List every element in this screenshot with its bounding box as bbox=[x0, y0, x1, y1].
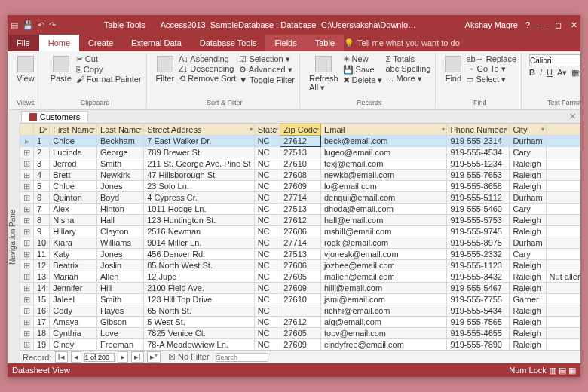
column-header[interactable]: Email▾ bbox=[320, 124, 447, 136]
cell[interactable]: Joslin bbox=[97, 260, 144, 271]
nav-nofilter[interactable]: ☒ No Filter bbox=[168, 352, 210, 362]
cell[interactable]: Cody bbox=[50, 305, 97, 317]
cell[interactable]: 919-555-3432 bbox=[447, 271, 510, 283]
cell[interactable]: Newkirk bbox=[97, 170, 144, 181]
cell[interactable] bbox=[546, 328, 580, 339]
cell[interactable]: Jennifer bbox=[50, 283, 97, 294]
cell[interactable]: 23 Solo Ln. bbox=[144, 181, 254, 192]
sort-desc-button[interactable]: Z↓ Descending bbox=[179, 64, 236, 73]
cell[interactable]: 78-A Meadowview Ln. bbox=[144, 339, 254, 351]
cell[interactable]: Boyd bbox=[97, 192, 144, 204]
cell[interactable]: hillj@email.com bbox=[320, 283, 447, 294]
qat-save-icon[interactable]: 💾 bbox=[23, 20, 33, 30]
cell[interactable]: 919-555-7755 bbox=[447, 294, 510, 305]
cell[interactable]: Raleigh bbox=[510, 158, 546, 170]
cell[interactable]: Cary bbox=[510, 249, 546, 260]
column-header[interactable]: ▾ bbox=[546, 124, 580, 136]
cell[interactable]: 27606 bbox=[280, 260, 321, 271]
cell[interactable]: richhi@email.com bbox=[320, 305, 447, 317]
cell[interactable]: 85 North West St. bbox=[144, 260, 254, 271]
cell[interactable]: Raleigh bbox=[510, 181, 546, 192]
cell[interactable]: beck@email.com bbox=[320, 136, 447, 147]
cell[interactable]: NC bbox=[254, 237, 280, 249]
row-selector[interactable]: ▸ bbox=[20, 136, 34, 147]
cell[interactable]: 9 bbox=[34, 226, 50, 237]
cell[interactable]: Hill bbox=[97, 283, 144, 294]
cell[interactable]: Katy bbox=[50, 249, 97, 260]
cell[interactable]: 15 bbox=[34, 294, 50, 305]
cell[interactable] bbox=[546, 147, 580, 158]
row-selector[interactable]: ⊞ bbox=[20, 294, 34, 305]
cell[interactable]: Raleigh bbox=[510, 170, 546, 181]
cell[interactable]: Jerrod bbox=[50, 158, 97, 170]
cell[interactable]: Amaya bbox=[50, 317, 97, 328]
cell[interactable]: Smith bbox=[97, 158, 144, 170]
cell[interactable]: lo@email.com bbox=[320, 181, 447, 192]
column-header[interactable]: City▾ bbox=[510, 124, 546, 136]
cell[interactable]: 27610 bbox=[280, 158, 321, 170]
cell[interactable]: 47 Hillsborough St. bbox=[144, 170, 254, 181]
cell[interactable]: denqui@email.com bbox=[320, 192, 447, 204]
cell[interactable]: Raleigh bbox=[510, 271, 546, 283]
cell[interactable]: 1 bbox=[34, 136, 50, 147]
cell[interactable]: 919-555-7565 bbox=[447, 317, 510, 328]
datasheet-grid[interactable]: ID▾First Name▾Last Name▾Street Address▾S… bbox=[20, 124, 580, 350]
cell[interactable]: Mariah bbox=[50, 271, 97, 283]
cell[interactable]: cindyfree@email.com bbox=[320, 339, 447, 351]
cell[interactable]: alg@email.com bbox=[320, 317, 447, 328]
more-button[interactable]: … More ▾ bbox=[385, 74, 430, 84]
filter-button[interactable]: Filter bbox=[155, 54, 176, 84]
cell[interactable]: 919-555-2332 bbox=[447, 249, 510, 260]
cell[interactable]: 919-555-4534 bbox=[447, 147, 510, 158]
cell[interactable]: 211 St. George Ave. Pine St bbox=[144, 158, 254, 170]
user-name[interactable]: Akshay Magre bbox=[465, 20, 518, 29]
cell[interactable]: 10 bbox=[34, 237, 50, 249]
cell[interactable]: 16 bbox=[34, 305, 50, 317]
cell[interactable] bbox=[546, 294, 580, 305]
select-all-cell[interactable] bbox=[20, 124, 34, 136]
navigation-pane[interactable]: Navigation Pane bbox=[8, 110, 20, 363]
cell[interactable]: Chloe bbox=[50, 181, 97, 192]
qat-undo-icon[interactable]: ↶ bbox=[38, 20, 44, 30]
cell[interactable]: 919-555-5434 bbox=[447, 305, 510, 317]
cell[interactable] bbox=[546, 317, 580, 328]
row-selector[interactable]: ⊞ bbox=[20, 305, 34, 317]
cell[interactable]: NC bbox=[254, 158, 280, 170]
cell[interactable] bbox=[546, 283, 580, 294]
cell[interactable]: 4 Cypress Cr. bbox=[144, 192, 254, 204]
cell[interactable]: 919-555-8975 bbox=[447, 237, 510, 249]
cell[interactable]: NC bbox=[254, 339, 280, 351]
cell[interactable]: 919-555-7890 bbox=[447, 339, 510, 351]
column-header[interactable]: State▾ bbox=[254, 124, 280, 136]
cell[interactable]: 919-555-1123 bbox=[447, 260, 510, 271]
nav-position-input[interactable] bbox=[84, 353, 115, 362]
nav-next-button[interactable]: ▸ bbox=[118, 351, 128, 363]
cell[interactable]: NC bbox=[254, 204, 280, 215]
select-button[interactable]: ▭ Select ▾ bbox=[466, 75, 516, 84]
cell[interactable]: 14 bbox=[34, 283, 50, 294]
cell[interactable]: 1011 Hodge Ln. bbox=[144, 204, 254, 215]
cell[interactable]: newkb@email.com bbox=[320, 170, 447, 181]
row-selector[interactable]: ⊞ bbox=[20, 192, 34, 204]
cell[interactable] bbox=[546, 136, 580, 147]
cell[interactable] bbox=[546, 170, 580, 181]
cell[interactable]: Chloe bbox=[50, 136, 97, 147]
cell[interactable] bbox=[546, 305, 580, 317]
row-selector[interactable]: ⊞ bbox=[20, 328, 34, 339]
row-selector[interactable]: ⊞ bbox=[20, 249, 34, 260]
cell[interactable]: 27608 bbox=[280, 170, 321, 181]
cell[interactable]: 27609 bbox=[280, 181, 321, 192]
cell[interactable] bbox=[546, 226, 580, 237]
cell[interactable]: 27612 bbox=[280, 215, 321, 226]
cell[interactable]: 27612 bbox=[280, 317, 321, 328]
fill-color-button[interactable]: ▦▾ bbox=[571, 68, 580, 78]
cell[interactable]: NC bbox=[254, 192, 280, 204]
cell[interactable]: 919-555-2314 bbox=[447, 136, 510, 147]
cell[interactable]: 27513 bbox=[280, 249, 321, 260]
row-selector[interactable]: ⊞ bbox=[20, 237, 34, 249]
cell[interactable]: NC bbox=[254, 147, 280, 158]
copy-button[interactable]: ⎘ Copy bbox=[76, 65, 142, 74]
cell[interactable]: Garner bbox=[510, 294, 546, 305]
cell[interactable]: 6 bbox=[34, 192, 50, 204]
cell[interactable]: NC bbox=[254, 283, 280, 294]
